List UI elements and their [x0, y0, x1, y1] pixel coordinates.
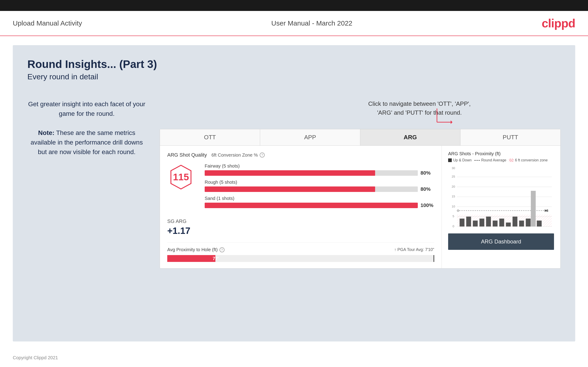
hex-badge: 115	[167, 163, 195, 191]
svg-rect-25	[473, 221, 477, 226]
proximity-bar-container: 77'	[167, 255, 434, 262]
proximity-track: 77'	[167, 255, 434, 262]
bar-track-fairway	[205, 170, 418, 176]
panel-header: ARG Shot Quality 6ft Conversion Zone % ?	[167, 152, 434, 158]
svg-text:20: 20	[451, 185, 455, 188]
legend-hatched-icon	[509, 159, 514, 162]
bar-pct-rough: 80%	[421, 186, 434, 192]
bar-row-rough: Rough (5 shots) 80%	[205, 180, 434, 192]
insight-note: Note:	[38, 129, 54, 136]
chart-svg: 0 5 10 15 20 25 30	[448, 166, 554, 230]
page-title: Round Insights... (Part 3)	[27, 58, 561, 70]
chart-area: 0 5 10 15 20 25 30	[448, 166, 554, 230]
svg-text:10: 10	[451, 205, 455, 208]
svg-text:0: 0	[452, 225, 454, 228]
svg-rect-30	[506, 223, 511, 226]
bar-container-sand: 100%	[205, 202, 434, 208]
svg-rect-29	[499, 219, 504, 226]
copyright: Copyright Clippd 2021	[13, 355, 58, 360]
tabs: OTT APP ARG PUTT	[160, 129, 560, 146]
proximity-fill	[167, 255, 215, 262]
bar-label-sand: Sand (1 shots)	[205, 196, 434, 201]
bar-row-fairway: Fairway (5 shots) 80%	[205, 163, 434, 176]
bar-pct-sand: 100%	[421, 202, 434, 208]
svg-marker-2	[451, 120, 452, 124]
svg-rect-33	[531, 191, 536, 226]
legend-roundavg: Round Average	[474, 158, 506, 162]
tab-putt[interactable]: PUTT	[460, 129, 560, 145]
chart-legend: Up & Down Round Average 6 ft conversion …	[448, 158, 554, 162]
svg-rect-27	[486, 217, 491, 226]
top-bar	[0, 0, 588, 11]
svg-text:15: 15	[451, 195, 455, 198]
proximity-header: Avg Proximity to Hole (ft) ? ↑ PGA Tour …	[167, 247, 434, 252]
bar-track-rough	[205, 186, 418, 192]
upload-label: Upload Manual Activity	[13, 19, 82, 27]
user-manual-label: User Manual - March 2022	[271, 19, 352, 27]
svg-rect-23	[459, 219, 464, 226]
proximity-value: 77'	[213, 256, 219, 261]
help-icon[interactable]: ?	[260, 152, 265, 158]
insight-text: Get greater insight into each facet of y…	[27, 99, 146, 157]
bar-container-rough: 80%	[205, 186, 434, 192]
svg-rect-34	[526, 219, 530, 226]
svg-text:5: 5	[452, 215, 454, 218]
svg-text:30: 30	[451, 167, 455, 170]
bar-row-sand: Sand (1 shots) 100%	[205, 196, 434, 208]
dashboard-panel: OTT APP ARG PUTT ARG Shot Quality 6ft Co…	[160, 129, 561, 268]
bar-fill-fairway	[205, 170, 375, 176]
tab-ott[interactable]: OTT	[160, 129, 260, 145]
bar-label-fairway: Fairway (5 shots)	[205, 163, 434, 169]
footer: Copyright Clippd 2021	[0, 350, 588, 365]
sg-value: +1.17	[167, 226, 434, 236]
content-row: Get greater insight into each facet of y…	[27, 99, 561, 268]
arg-left-panel: ARG Shot Quality 6ft Conversion Zone % ?	[160, 146, 442, 268]
legend-6ft: 6 ft conversion zone	[509, 158, 548, 162]
legend-updown: Up & Down	[448, 158, 472, 162]
arg-right-panel: ARG Shots - Proximity (ft) Up & Down Rou…	[442, 146, 560, 268]
proximity-help-icon[interactable]: ?	[219, 247, 225, 252]
sg-section: SG ARG +1.17	[167, 218, 434, 236]
pga-avg: ↑ PGA Tour Avg: 7'10"	[394, 247, 434, 252]
bar-container-fairway: 80%	[205, 170, 434, 176]
bar-fill-rough	[205, 186, 375, 192]
svg-rect-31	[512, 217, 517, 226]
svg-text:25: 25	[451, 175, 455, 178]
sg-label: SG ARG	[167, 218, 434, 224]
left-column: Get greater insight into each facet of y…	[27, 99, 146, 157]
chart-title: ARG Shots - Proximity (ft)	[448, 151, 501, 156]
bar-pct-fairway: 80%	[421, 170, 434, 176]
chart-header: ARG Shots - Proximity (ft)	[448, 151, 554, 156]
panel-title: ARG Shot Quality	[167, 152, 207, 158]
legend-6ft-label: 6 ft conversion zone	[515, 158, 548, 162]
panel-subtitle: 6ft Conversion Zone % ?	[212, 152, 265, 158]
svg-rect-24	[466, 217, 471, 226]
arg-dashboard-button[interactable]: ARG Dashboard	[448, 234, 554, 250]
tab-arg[interactable]: ARG	[360, 129, 460, 145]
legend-updown-label: Up & Down	[453, 158, 472, 162]
page-subtitle: Every round in detail	[27, 72, 561, 81]
hex-number: 115	[173, 172, 189, 183]
bar-track-sand	[205, 203, 418, 208]
proximity-cursor	[433, 255, 434, 262]
clippd-logo: clippd	[542, 17, 575, 30]
svg-rect-35	[537, 221, 542, 226]
bar-fill-sand	[205, 203, 418, 208]
svg-rect-32	[519, 221, 524, 226]
proximity-label: Avg Proximity to Hole (ft) ?	[167, 247, 225, 252]
hex-bars-row: 115 Fairway (5 shots)	[167, 163, 434, 212]
bar-label-rough: Rough (5 shots)	[205, 180, 434, 185]
bar-rows: Fairway (5 shots) 80% Rou	[205, 163, 434, 212]
proximity-section: Avg Proximity to Hole (ft) ? ↑ PGA Tour …	[167, 242, 434, 262]
legend-solid-icon	[448, 158, 452, 162]
header: Upload Manual Activity User Manual - Mar…	[0, 11, 588, 36]
dashboard-body: ARG Shot Quality 6ft Conversion Zone % ?	[160, 146, 560, 268]
main-content: Round Insights... (Part 3) Every round i…	[13, 45, 575, 342]
svg-point-21	[457, 209, 459, 212]
right-area: Click to navigate between 'OTT', 'APP','…	[160, 99, 561, 268]
svg-rect-26	[479, 219, 484, 226]
annotation-wrapper: Click to navigate between 'OTT', 'APP','…	[160, 99, 561, 129]
annotation-arrow	[432, 106, 460, 129]
tab-app[interactable]: APP	[260, 129, 360, 145]
legend-dashed-icon	[474, 160, 480, 161]
